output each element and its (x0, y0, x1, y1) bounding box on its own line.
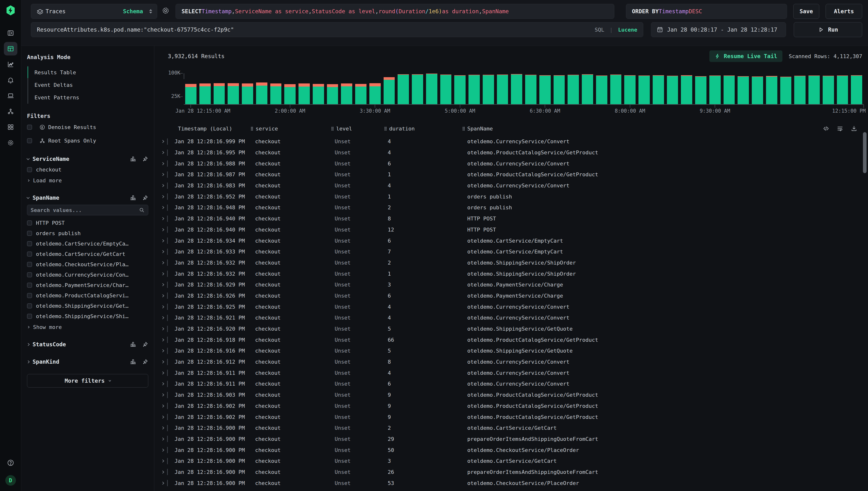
rail-item-alerts[interactable] (4, 73, 18, 87)
checkbox[interactable] (27, 125, 32, 130)
histogram-bar[interactable] (837, 76, 848, 104)
row-expand-chevron[interactable] (161, 184, 164, 187)
facet-value-row[interactable]: checkout (27, 165, 148, 175)
table-row[interactable]: Jan 28 12:28:16.932 PMcheckoutUnset1otel… (154, 268, 868, 279)
checkbox[interactable] (27, 252, 32, 257)
column-drag-grip-icon[interactable] (251, 126, 253, 131)
analysis-mode-event-deltas[interactable]: Event Deltas (28, 79, 148, 91)
save-button[interactable]: Save (793, 4, 819, 19)
table-row[interactable]: Jan 28 12:28:16.940 PMcheckoutUnset8HTTP… (154, 213, 868, 224)
histogram-bar[interactable] (738, 76, 749, 104)
facet-header-StatusCode[interactable]: StatusCode (27, 339, 148, 350)
histogram-bar[interactable] (709, 76, 721, 104)
date-range-picker[interactable]: Jan 28 00:28:17 - Jan 28 12:28:17 (651, 22, 786, 37)
row-expand-chevron[interactable] (161, 305, 164, 309)
histogram-bar[interactable] (511, 74, 522, 105)
checkbox[interactable] (27, 167, 32, 172)
row-expand-chevron[interactable] (161, 415, 164, 418)
histogram-bar[interactable] (780, 77, 791, 104)
facet-chart-icon[interactable] (130, 156, 136, 162)
table-row[interactable]: Jan 28 12:28:16.933 PMcheckoutUnset7otel… (154, 246, 868, 257)
facet-value-row[interactable]: oteldemo.CurrencyService/Con… (27, 270, 148, 280)
resume-live-tail-button[interactable]: Resume Live Tail (709, 50, 783, 62)
histogram-bar[interactable] (638, 76, 650, 104)
facet-value-row[interactable]: HTTP POST (27, 218, 148, 228)
column-header-duration[interactable]: duration (384, 126, 462, 132)
histogram-bar[interactable] (214, 83, 225, 104)
checkbox[interactable] (27, 138, 32, 143)
histogram-bar[interactable] (256, 83, 267, 104)
table-row[interactable]: Jan 28 12:28:16.900 PMcheckoutUnset29pre… (154, 434, 868, 445)
histogram-bar[interactable] (454, 75, 466, 104)
facet-pin-icon[interactable] (142, 358, 148, 365)
wrap-lines-button[interactable] (837, 125, 843, 132)
row-expand-chevron[interactable] (161, 404, 164, 408)
sql-toggle[interactable]: SQL (595, 27, 604, 33)
checkbox[interactable] (27, 293, 32, 298)
histogram-bar[interactable] (369, 83, 381, 104)
table-row[interactable]: Jan 28 12:28:16.934 PMcheckoutUnset6otel… (154, 235, 868, 246)
table-row[interactable]: Jan 28 12:28:16.932 PMcheckoutUnset2otel… (154, 257, 868, 268)
table-row[interactable]: Jan 28 12:28:16.920 PMcheckoutUnset5otel… (154, 323, 868, 335)
histogram-bar[interactable] (794, 76, 806, 104)
row-expand-chevron[interactable] (161, 283, 164, 286)
table-row[interactable]: Jan 28 12:28:16.987 PMcheckoutUnset1otel… (154, 169, 868, 180)
facet-pin-icon[interactable] (142, 156, 148, 162)
analysis-mode-event-patterns[interactable]: Event Patterns (28, 91, 148, 104)
histogram-bar[interactable] (695, 76, 707, 104)
orderby-input[interactable]: ORDER BY Timestamp DESC (626, 4, 787, 19)
run-button[interactable]: Run (794, 22, 862, 37)
histogram-bar[interactable] (185, 84, 197, 105)
histogram-bar[interactable] (539, 75, 551, 104)
table-row[interactable]: Jan 28 12:28:16.988 PMcheckoutUnset6otel… (154, 158, 868, 169)
facet-value-row[interactable]: oteldemo.ProductCatalogServi… (27, 290, 148, 301)
histogram-bar[interactable] (284, 84, 296, 104)
histogram-bar[interactable] (596, 76, 607, 104)
histogram-bar[interactable] (497, 75, 508, 104)
facet-load-more[interactable]: Load more (27, 175, 148, 186)
facet-value-row[interactable]: oteldemo.PaymentService/Char… (27, 280, 148, 290)
table-row[interactable]: Jan 28 12:28:16.918 PMcheckoutUnset66ote… (154, 334, 868, 345)
column-drag-grip-icon[interactable] (331, 126, 334, 131)
histogram-bar[interactable] (525, 75, 536, 104)
row-expand-chevron[interactable] (161, 393, 164, 397)
row-expand-chevron[interactable] (161, 162, 164, 165)
histogram-bar[interactable] (808, 76, 820, 104)
table-row[interactable]: Jan 28 12:28:16.921 PMcheckoutUnset4otel… (154, 312, 868, 323)
checkbox[interactable] (27, 283, 32, 288)
histogram-bar[interactable] (681, 75, 692, 104)
histogram-bar[interactable] (200, 83, 211, 104)
facet-pin-icon[interactable] (142, 195, 148, 201)
row-expand-chevron[interactable] (161, 360, 164, 364)
scrollbar-thumb[interactable] (863, 132, 867, 173)
histogram-bar[interactable] (384, 77, 395, 104)
facet-value-row[interactable]: oteldemo.ShippingService/Shi… (27, 311, 148, 321)
source-select[interactable]: Traces Schema (31, 4, 157, 19)
histogram-bar[interactable] (242, 83, 253, 104)
table-row[interactable]: Jan 28 12:28:16.916 PMcheckoutUnset5otel… (154, 345, 868, 356)
facet-value-row[interactable]: oteldemo.CartService/GetCart (27, 249, 148, 259)
histogram-bar[interactable] (228, 83, 239, 104)
row-expand-chevron[interactable] (161, 294, 164, 297)
table-row[interactable]: Jan 28 12:28:16.900 PMcheckoutUnset50ote… (154, 444, 868, 456)
row-expand-chevron[interactable] (161, 272, 164, 276)
rail-item-sessions[interactable] (4, 89, 18, 103)
facet-value-row[interactable]: orders publish (27, 228, 148, 238)
table-row[interactable]: Jan 28 12:28:16.902 PMcheckoutUnset9otel… (154, 411, 868, 423)
source-settings-gear-icon[interactable] (161, 6, 171, 16)
histogram-bar[interactable] (553, 75, 565, 104)
checkbox[interactable] (27, 241, 32, 246)
lucene-toggle[interactable]: Lucene (618, 27, 637, 33)
histogram-bar[interactable] (469, 75, 480, 104)
table-row[interactable]: Jan 28 12:28:16.948 PMcheckoutUnset2orde… (154, 202, 868, 213)
row-expand-chevron[interactable] (161, 349, 164, 353)
table-row[interactable]: Jan 28 12:28:16.925 PMcheckoutUnset4otel… (154, 301, 868, 312)
histogram-bar[interactable] (653, 75, 664, 104)
row-expand-chevron[interactable] (161, 239, 164, 242)
facet-chart-icon[interactable] (130, 358, 136, 365)
histogram-bar[interactable] (440, 75, 452, 104)
table-row[interactable]: Jan 28 12:28:16.900 PMcheckoutUnset53ote… (154, 478, 868, 489)
row-expand-chevron[interactable] (161, 470, 164, 474)
row-expand-chevron[interactable] (161, 316, 164, 319)
histogram-bar[interactable] (624, 75, 635, 104)
